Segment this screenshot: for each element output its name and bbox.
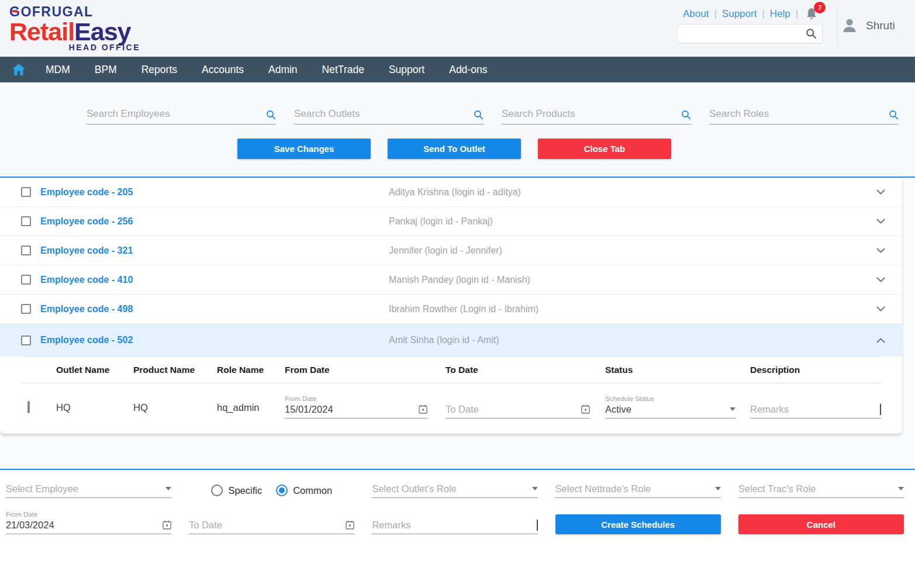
- notification-bell[interactable]: 7: [805, 7, 819, 21]
- form-to-date-picker-button[interactable]: [346, 520, 354, 530]
- search-roles-input[interactable]: [709, 108, 889, 120]
- close-tab-button[interactable]: Close Tab: [538, 139, 671, 159]
- employee-row-expanded[interactable]: Employee code - 502 Amit Sinha (login id…: [0, 324, 902, 357]
- expand-button[interactable]: [874, 275, 888, 285]
- link-separator: |: [762, 8, 764, 20]
- expand-button[interactable]: [874, 304, 888, 314]
- to-date-field[interactable]: To Date: [446, 403, 590, 418]
- calendar-icon: [419, 404, 427, 414]
- collapse-button[interactable]: [874, 335, 888, 345]
- nav-item-bpm[interactable]: BPM: [82, 64, 129, 76]
- radio-circle-selected[interactable]: [276, 485, 288, 496]
- expand-button[interactable]: [874, 187, 888, 197]
- row-checkbox[interactable]: [21, 245, 31, 255]
- radio-specific-label: Specific: [228, 485, 262, 496]
- search-row: [0, 82, 915, 124]
- employee-name: Jennifer (login id - Jennifer): [389, 245, 874, 256]
- employee-row[interactable]: Employee code - 321 Jennifer (login id -…: [0, 236, 902, 265]
- schedule-type-radio-group: Specific Common: [189, 483, 354, 498]
- global-search-input[interactable]: [685, 29, 806, 39]
- form-remarks-field[interactable]: Remarks: [372, 519, 537, 534]
- form-from-date-picker-button[interactable]: [163, 520, 171, 530]
- row-checkbox[interactable]: [21, 304, 31, 314]
- employee-row[interactable]: Employee code - 205 Aditya Krishna (logi…: [0, 178, 902, 207]
- col-from-date: From Date: [285, 365, 446, 375]
- select-nettrade-role-dropdown[interactable]: Select Nettrade's Role: [555, 483, 721, 498]
- search-products-input[interactable]: [502, 108, 681, 120]
- home-button[interactable]: [12, 64, 25, 75]
- row-checkbox[interactable]: [21, 187, 31, 197]
- nav-item-addons[interactable]: Add-ons: [437, 64, 499, 76]
- row-checkbox[interactable]: [21, 335, 31, 345]
- nav-item-reports[interactable]: Reports: [129, 64, 189, 76]
- col-to-date: To Date: [446, 365, 605, 375]
- select-outlet-role-dropdown[interactable]: Select Outlet's Role: [372, 483, 537, 498]
- user-name: Shruti: [866, 19, 895, 32]
- search-outlets-input[interactable]: [294, 108, 474, 120]
- search-icon: [889, 110, 899, 120]
- dropdown-caret-icon: [715, 487, 721, 490]
- nav-item-mdm[interactable]: MDM: [33, 64, 82, 76]
- schedule-detail-table: Outlet Name Product Name Role Name From …: [0, 357, 902, 434]
- dropdown-caret-icon: [532, 487, 538, 490]
- help-link[interactable]: Help: [770, 8, 790, 20]
- save-changes-button[interactable]: Save Changes: [237, 139, 371, 159]
- send-to-outlet-button[interactable]: Send To Outlet: [388, 139, 521, 159]
- from-date-picker-button[interactable]: [419, 404, 427, 414]
- nav-item-nettrade[interactable]: NetTrade: [310, 64, 377, 76]
- employee-row[interactable]: Employee code - 256 Pankaj (login id - P…: [0, 207, 902, 236]
- cancel-button[interactable]: Cancel: [738, 514, 904, 534]
- support-link[interactable]: Support: [722, 8, 757, 20]
- status-select[interactable]: Active: [605, 403, 736, 418]
- search-employees-input[interactable]: [87, 108, 266, 120]
- employee-name: Aditya Krishna (login id - aditya): [389, 187, 874, 198]
- form-to-date-field[interactable]: To Date: [189, 519, 354, 534]
- description-field[interactable]: Remarks: [750, 403, 881, 418]
- employee-row[interactable]: Employee code - 498 Ibrahim Rowther (Log…: [0, 295, 902, 324]
- expand-button[interactable]: [874, 216, 888, 226]
- search-outlets-field[interactable]: [294, 108, 484, 124]
- text-cursor: [537, 520, 538, 531]
- form-remarks-placeholder: Remarks: [372, 520, 536, 531]
- row-checkbox[interactable]: [21, 275, 31, 285]
- form-from-date-field[interactable]: 21/03/2024: [6, 519, 171, 534]
- select-employee-dropdown[interactable]: Select Employee: [6, 483, 171, 498]
- radio-circle-unselected[interactable]: [211, 485, 223, 496]
- row-checkbox[interactable]: [21, 216, 31, 226]
- user-menu[interactable]: Shruti: [841, 17, 895, 34]
- form-to-date-placeholder: To Date: [189, 520, 346, 531]
- search-products-field[interactable]: [502, 108, 691, 124]
- detail-row-checkbox[interactable]: [27, 401, 30, 413]
- global-search-box[interactable]: [677, 24, 823, 43]
- search-employees-field[interactable]: [87, 108, 276, 124]
- radio-specific[interactable]: Specific: [211, 485, 262, 496]
- employee-code: Employee code - 205: [40, 187, 133, 198]
- header-divider: [837, 5, 837, 43]
- text-cursor: [880, 404, 881, 415]
- select-employee-placeholder: Select Employee: [6, 483, 165, 494]
- employee-list-section: Employee code - 205 Aditya Krishna (logi…: [0, 177, 915, 469]
- nav-item-admin[interactable]: Admin: [256, 64, 310, 76]
- radio-common[interactable]: Common: [276, 485, 332, 496]
- about-link[interactable]: About: [683, 8, 709, 20]
- nav-item-support[interactable]: Support: [377, 64, 437, 76]
- list-bottom-spacer: [0, 434, 915, 469]
- employee-row[interactable]: Employee code - 410 Manish Pandey (login…: [0, 265, 902, 295]
- description-placeholder: Remarks: [750, 404, 880, 415]
- select-trac-role-placeholder: Select Trac's Role: [738, 483, 898, 494]
- select-trac-role-dropdown[interactable]: Select Trac's Role: [738, 483, 904, 498]
- nav-item-accounts[interactable]: Accounts: [189, 64, 256, 76]
- expand-button[interactable]: [874, 245, 888, 255]
- create-schedules-button[interactable]: Create Schedules: [555, 514, 721, 534]
- outlet-name-value: HQ: [56, 402, 133, 418]
- chevron-down-icon: [876, 277, 885, 282]
- from-date-field[interactable]: 15/01/2024: [285, 403, 427, 418]
- employee-list: Employee code - 205 Aditya Krishna (logi…: [0, 178, 902, 434]
- detail-table-header: Outlet Name Product Name Role Name From …: [21, 357, 881, 383]
- col-status: Status: [605, 365, 750, 375]
- search-roles-field[interactable]: [709, 108, 899, 124]
- logo-g-accent: [12, 10, 18, 12]
- action-buttons: Save Changes Send To Outlet Close Tab: [237, 139, 915, 159]
- to-date-picker-button[interactable]: [581, 404, 590, 414]
- to-date-placeholder: To Date: [446, 404, 581, 415]
